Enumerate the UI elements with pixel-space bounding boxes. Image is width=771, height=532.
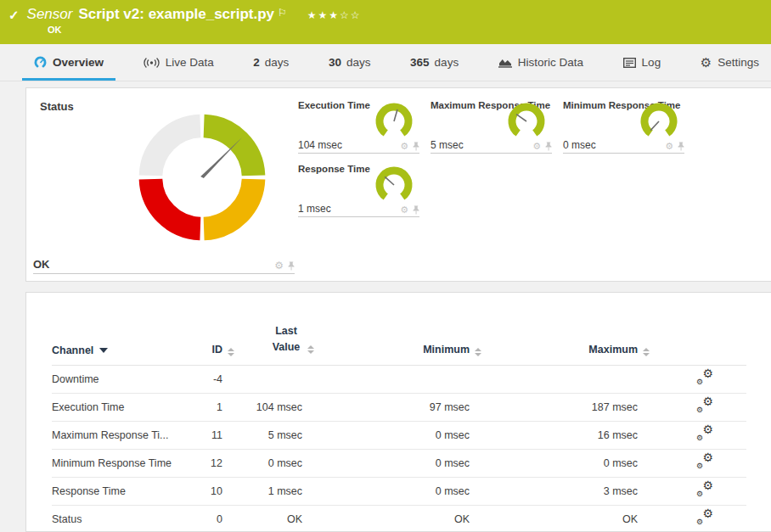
tab-label: Settings	[718, 56, 759, 69]
cell-last-value: 0 msec	[234, 449, 314, 477]
tab-settings[interactable]: ⚙Settings	[689, 44, 771, 81]
cell-minimum: 0 msec	[314, 421, 481, 449]
column-header-channel[interactable]: Channel	[52, 323, 200, 365]
tab-label: days	[346, 56, 371, 69]
column-header-actions	[650, 323, 746, 365]
pin-icon[interactable]	[678, 142, 684, 151]
tab-30-days[interactable]: 30days	[317, 44, 383, 81]
channel-settings-icon[interactable]: ⚙⚙	[696, 511, 713, 524]
table-header-row: Channel ID Last Value Minimum Maximum	[52, 323, 746, 365]
cell-minimum: 97 msec	[314, 393, 481, 421]
cell-last-value: OK	[234, 505, 314, 532]
status-check-icon: ✓	[8, 6, 20, 25]
sensor-kind-label: Sensor	[27, 5, 73, 24]
cell-channel: Status	[52, 505, 200, 532]
gear-icon[interactable]: ⚙	[400, 142, 408, 151]
cell-last-value: 1 msec	[234, 477, 314, 505]
gauge-maximum-response-time: Maximum Response Time 5 msec ⚙	[431, 100, 552, 154]
cell-id: 10	[200, 477, 234, 505]
gauge-dial	[372, 161, 416, 204]
gear-icon[interactable]: ⚙	[665, 142, 673, 151]
page-title: Script v2: example_script.py	[78, 5, 274, 24]
gear-icon[interactable]: ⚙	[274, 260, 284, 271]
cell-channel: Downtime	[52, 365, 200, 393]
pin-icon[interactable]	[545, 142, 552, 151]
cell-id: 1	[200, 393, 234, 421]
sort-desc-icon[interactable]	[99, 348, 108, 353]
cell-maximum: 3 msec	[481, 477, 650, 505]
table-row-maximum-response-ti: Maximum Response Ti... 11 5 msec 0 msec …	[52, 421, 746, 449]
tab-label: Live Data	[166, 56, 214, 69]
cell-minimum: 0 msec	[314, 449, 481, 477]
channel-settings-icon[interactable]: ⚙⚙	[696, 483, 713, 496]
cell-minimum	[314, 365, 481, 393]
tab-log[interactable]: Log	[611, 44, 673, 81]
tab-2-days[interactable]: 2days	[241, 44, 301, 81]
cell-id: 11	[200, 421, 234, 449]
gauge-value: 104 msec	[298, 139, 342, 151]
cell-channel: Execution Time	[52, 393, 200, 421]
mini-gauge-grid: Execution Time 104 msec ⚙ Maximum Respon…	[298, 88, 684, 281]
column-header-last-value[interactable]: Last Value	[234, 323, 314, 365]
channel-settings-icon[interactable]: ⚙⚙	[696, 427, 713, 440]
sort-icon[interactable]	[307, 345, 314, 354]
tab-number: 2	[253, 56, 260, 69]
tab-overview[interactable]: Overview	[22, 44, 115, 81]
pin-icon[interactable]	[288, 261, 295, 271]
log-icon	[623, 58, 636, 68]
gear-icon[interactable]: ⚙	[532, 142, 541, 151]
tab-label: Historic Data	[518, 56, 583, 69]
channel-settings-icon[interactable]: ⚙⚙	[696, 455, 713, 468]
status-gauge-value: OK	[33, 258, 50, 271]
column-header-maximum[interactable]: Maximum	[481, 323, 650, 365]
cell-maximum: 16 msec	[481, 421, 650, 449]
tab-live-data[interactable]: Live Data	[132, 44, 226, 81]
cell-maximum	[481, 365, 650, 393]
tab-label: Overview	[53, 56, 104, 69]
cell-maximum: OK	[481, 505, 650, 532]
cell-minimum: OK	[314, 505, 481, 532]
gauge-execution-time: Execution Time 104 msec ⚙	[298, 100, 419, 154]
overview-gauges-panel: Status OK ⚙ Execution Time 104 msec ⚙	[25, 87, 771, 282]
cell-last-value	[234, 365, 314, 393]
cell-channel: Response Time	[52, 477, 200, 505]
tab-bar: OverviewLive Data2days30days365daysHisto…	[0, 44, 771, 81]
channel-table: Channel ID Last Value Minimum Maximum Do…	[52, 323, 746, 532]
column-header-id[interactable]: ID	[200, 323, 234, 365]
cell-id: 0	[200, 505, 234, 532]
sort-icon[interactable]	[475, 348, 481, 356]
gauge-icon	[34, 56, 47, 69]
channel-settings-icon[interactable]: ⚙⚙	[696, 399, 713, 412]
gear-icon[interactable]: ⚙	[400, 205, 408, 215]
cell-id: 12	[200, 449, 234, 477]
gauge-dial	[637, 98, 681, 140]
sort-icon[interactable]	[643, 348, 650, 356]
pin-icon[interactable]	[413, 205, 419, 215]
sensor-banner: ✓ Sensor Script v2: example_script.py ⚐ …	[0, 0, 771, 44]
sort-icon[interactable]	[228, 348, 234, 356]
pin-icon[interactable]	[413, 142, 419, 151]
table-row-minimum-response-time: Minimum Response Time 12 0 msec 0 msec 0…	[52, 449, 746, 477]
flag-icon[interactable]: ⚐	[278, 3, 287, 22]
gauge-dial	[504, 98, 549, 140]
cell-maximum: 187 msec	[481, 393, 650, 421]
channel-table-body: Downtime -4 ⚙⚙ Execution Time 1 104 msec…	[52, 365, 746, 532]
tab-historic-data[interactable]: Historic Data	[487, 44, 595, 81]
priority-stars[interactable]: ★★★☆☆	[307, 6, 362, 25]
table-row-response-time: Response Time 10 1 msec 0 msec 3 msec ⚙⚙	[52, 477, 746, 505]
cell-maximum: 0 msec	[481, 449, 650, 477]
table-row-downtime: Downtime -4 ⚙⚙	[52, 365, 746, 393]
sensor-status-badge: OK	[48, 25, 763, 35]
tab-label: days	[265, 56, 290, 69]
gauge-dial	[372, 98, 416, 140]
gauge-minimum-response-time: Minimum Response Time 0 msec ⚙	[563, 100, 684, 154]
column-header-minimum[interactable]: Minimum	[314, 323, 481, 365]
tab-label: days	[435, 56, 459, 69]
status-gauge-title: Status	[40, 100, 74, 113]
tab-number: 365	[410, 56, 430, 69]
channel-settings-icon[interactable]: ⚙⚙	[696, 371, 713, 384]
tab-365-days[interactable]: 365days	[398, 44, 470, 81]
tab-label: Log	[642, 56, 661, 69]
chart-icon	[498, 57, 512, 69]
cell-channel: Minimum Response Time	[52, 449, 200, 477]
